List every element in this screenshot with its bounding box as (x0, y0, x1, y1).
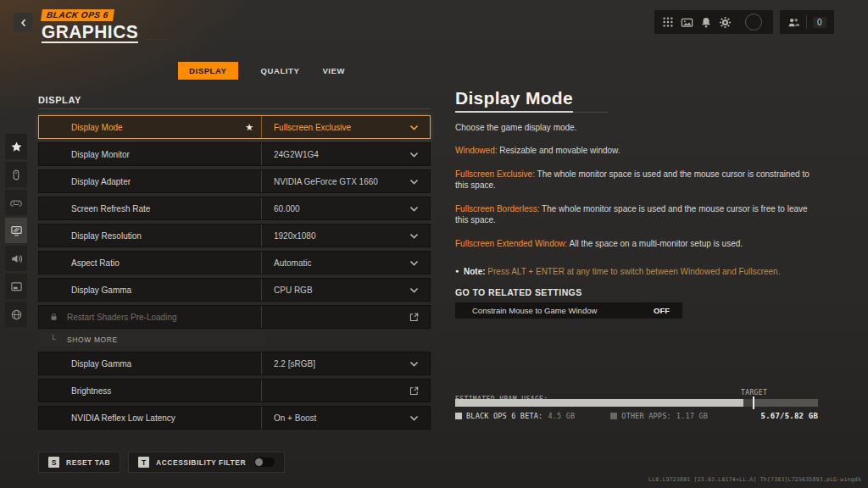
related-setting-constrain-mouse[interactable]: Constrain Mouse to Game Window OFF (455, 302, 682, 319)
setting-row-display-mode[interactable]: Display Mode★Fullscreen Exclusive (38, 115, 431, 139)
show-more-label: SHOW MORE (67, 336, 118, 344)
row-label-area: Display Gamma (39, 352, 261, 374)
apps-grid-icon[interactable] (662, 16, 674, 28)
setting-value: 24G2W1G4 (274, 150, 319, 159)
vram-target-tick (753, 396, 754, 409)
detail-panel: Display Mode Choose the game display mod… (455, 88, 821, 319)
row-label-area: Display Resolution (39, 225, 261, 247)
favorites-star-icon (10, 141, 23, 153)
mode-term: Windowed: (455, 146, 497, 155)
rail-item-mouse[interactable] (5, 162, 27, 187)
setting-row-display-gamma[interactable]: Display GammaCPU RGB (38, 278, 431, 302)
friends-icon[interactable] (787, 16, 800, 29)
settings-gear-icon[interactable] (719, 16, 732, 29)
accessibility-label: ACCESSIBILITY FILTER (156, 458, 246, 467)
row-label-area: Aspect Ratio (39, 252, 261, 274)
legend-swatch-icon (610, 413, 617, 419)
footer-buttons: S RESET TAB T ACCESSIBILITY FILTER (38, 452, 285, 473)
setting-row-brightness[interactable]: Brightness (38, 379, 431, 402)
row-value-area (262, 306, 430, 328)
settings-tabs: DISPLAYQUALITYVIEW (178, 62, 345, 80)
row-label-area: Display Adapter (39, 170, 261, 192)
notifications-bell-icon[interactable] (700, 16, 712, 29)
chevron-down-icon (409, 358, 420, 369)
vram-legend-item: OTHER APPS:1.17 GB (610, 412, 708, 420)
rail-item-controller[interactable] (5, 190, 27, 215)
setting-row-nvidia-reflex-low-latency[interactable]: NVIDIA Reflex Low LatencyOn + Boost (38, 406, 431, 430)
back-chevron-icon (19, 18, 29, 28)
row-value-area (262, 380, 430, 402)
setting-value: On + Boost (274, 413, 316, 423)
reset-tab-button[interactable]: S RESET TAB (38, 452, 120, 473)
back-button[interactable] (14, 13, 33, 32)
mode-description-line: Windowed: Resizable and movable window. (455, 145, 821, 156)
row-label-area: Screen Refresh Rate (39, 197, 261, 219)
rail-item-favorites-star[interactable] (5, 134, 27, 159)
avatar[interactable] (745, 14, 762, 30)
row-label-area: Display Monitor (39, 143, 261, 165)
row-label-area: Display Gamma (39, 279, 261, 301)
rail-item-audio-speaker[interactable] (5, 246, 27, 271)
network-globe-icon (10, 308, 23, 321)
setting-value: NVIDIA GeForce GTX 1660 (274, 177, 378, 186)
row-value-area: 1920x1080 (262, 225, 430, 247)
tab-view[interactable]: VIEW (322, 62, 345, 80)
setting-value: 2.2 [sRGB] (274, 359, 315, 369)
setting-value: Automatic (274, 258, 311, 268)
note-line: ● Note: Press ALT + ENTER at any time to… (455, 267, 821, 276)
settings-category-rail (5, 134, 27, 327)
chevron-down-icon (409, 122, 420, 133)
setting-row-screen-refresh-rate[interactable]: Screen Refresh Rate60.000 (38, 197, 431, 220)
row-value-area: CPU RGB (262, 279, 430, 301)
chevron-down-icon (409, 203, 420, 214)
mode-term: Fullscreen Exclusive: (455, 169, 535, 179)
setting-row-restart-shaders-pre-loading: Restart Shaders Pre-Loading (38, 305, 431, 329)
setting-value: CPU RGB (274, 286, 313, 295)
legend-label: OTHER APPS: (621, 412, 671, 420)
external-link-icon (409, 312, 420, 323)
row-label-area: Display Mode★ (39, 116, 261, 138)
rail-item-network-globe[interactable] (5, 302, 27, 327)
vram-usage-panel: ESTIMATED VRAM USAGE: TARGET BLACK OPS 6… (455, 389, 818, 420)
settings-list: DISPLAY Display Mode★Fullscreen Exclusiv… (38, 95, 431, 433)
note-label: Note: (464, 267, 486, 276)
mode-description-line: Fullscreen Exclusive: The whole monitor … (455, 169, 821, 191)
topbar-social: 0 (780, 10, 834, 34)
interface-icon (10, 280, 23, 293)
accessibility-filter-button[interactable]: T ACCESSIBILITY FILTER (128, 452, 285, 473)
related-settings-header: GO TO RELATED SETTINGS (455, 287, 821, 297)
row-value-area: 60.000 (262, 197, 430, 219)
lock-icon (49, 312, 58, 322)
row-value-area: NVIDIA GeForce GTX 1660 (262, 170, 430, 192)
screenshots-icon[interactable] (681, 16, 693, 29)
elbow-icon: └ (50, 335, 56, 344)
rail-item-graphics-display[interactable] (5, 218, 27, 243)
topbar-utilities (654, 10, 773, 34)
setting-row-display-gamma[interactable]: Display Gamma2.2 [sRGB] (38, 352, 431, 375)
tab-display[interactable]: DISPLAY (178, 62, 238, 80)
vram-bar-fill (455, 399, 743, 407)
chevron-down-icon (409, 176, 420, 187)
mode-description-line: Fullscreen Borderless: The whole monitor… (455, 203, 821, 225)
setting-row-aspect-ratio[interactable]: Aspect RatioAutomatic (38, 251, 431, 274)
note-bullet-icon: ● (455, 268, 459, 274)
setting-row-display-resolution[interactable]: Display Resolution1920x1080 (38, 224, 431, 247)
accessibility-toggle[interactable] (254, 458, 275, 467)
accessibility-key-badge: T (138, 457, 149, 468)
rail-item-interface[interactable] (5, 274, 27, 299)
legend-label: BLACK OPS 6 BETA: (466, 412, 542, 420)
setting-row-display-adapter[interactable]: Display AdapterNVIDIA GeForce GTX 1660 (38, 169, 431, 193)
vram-legend-item: BLACK OPS 6 BETA:4.5 GB (455, 412, 575, 420)
detail-intro: Choose the game display mode. (455, 123, 821, 132)
setting-value: 1920x1080 (274, 231, 316, 241)
setting-value: 60.000 (274, 204, 300, 214)
show-more-button[interactable]: └SHOW MORE (38, 332, 265, 347)
mouse-icon (10, 169, 22, 181)
setting-row-display-monitor[interactable]: Display Monitor24G2W1G4 (38, 142, 431, 166)
chevron-down-icon (409, 149, 420, 160)
mode-desc: All the space on a multi-monitor setup i… (567, 239, 743, 248)
reset-label: RESET TAB (66, 458, 110, 467)
tab-quality[interactable]: QUALITY (261, 62, 300, 80)
setting-label: Screen Refresh Rate (71, 204, 150, 214)
setting-label: Display Mode (71, 123, 123, 132)
